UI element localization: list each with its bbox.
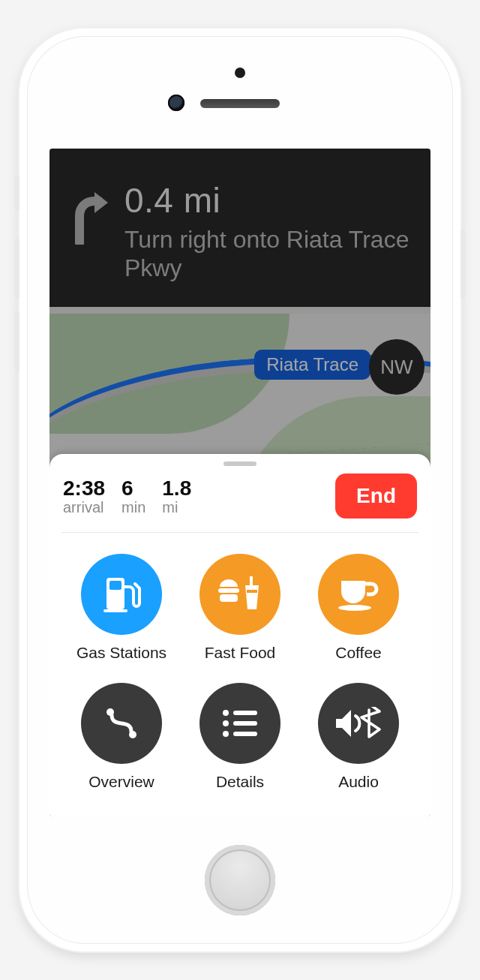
home-button[interactable] bbox=[205, 845, 275, 915]
route-sheet[interactable]: 2:38 arrival 6 min 1.8 mi End bbox=[50, 454, 430, 816]
screen: 0.4 mi Turn right onto Riata Trace Pkwy … bbox=[50, 149, 430, 816]
road-label-riata: Riata Trace bbox=[254, 350, 370, 380]
list-icon bbox=[221, 708, 259, 738]
svg-rect-5 bbox=[250, 576, 253, 585]
audio-button[interactable]: Audio bbox=[303, 683, 414, 791]
compass-button[interactable]: NW bbox=[369, 339, 424, 395]
end-route-button[interactable]: End bbox=[335, 473, 417, 519]
svg-point-7 bbox=[338, 605, 371, 611]
volume-down-button bbox=[15, 312, 20, 372]
distance-metric: 1.8 mi bbox=[162, 476, 191, 516]
tile-label: Overview bbox=[88, 773, 154, 791]
distance-value: 1.8 bbox=[162, 476, 191, 501]
route-overview-icon bbox=[101, 703, 142, 744]
coffee-cup-icon bbox=[337, 576, 380, 612]
duration-label: min bbox=[122, 499, 146, 516]
fast-food-button[interactable]: Fast Food bbox=[184, 554, 296, 662]
speaker-bluetooth-icon bbox=[334, 707, 382, 740]
phone-bezel: 0.4 mi Turn right onto Riata Trace Pkwy … bbox=[27, 36, 453, 944]
arrival-label: arrival bbox=[63, 499, 105, 516]
coffee-button[interactable]: Coffee bbox=[303, 554, 414, 662]
overview-button[interactable]: Overview bbox=[66, 683, 177, 791]
tile-label: Details bbox=[216, 773, 264, 791]
svg-rect-13 bbox=[233, 721, 257, 726]
svg-rect-6 bbox=[247, 590, 257, 593]
svg-rect-11 bbox=[233, 711, 257, 715]
quick-actions-grid: Gas Stations bbox=[62, 533, 418, 797]
svg-point-10 bbox=[223, 710, 229, 716]
volume-up-button bbox=[15, 239, 20, 299]
mute-switch bbox=[15, 175, 20, 211]
arrival-value: 2:38 bbox=[63, 476, 105, 501]
gas-pump-icon bbox=[100, 573, 142, 615]
arrival-metric: 2:38 arrival bbox=[63, 476, 105, 516]
navigation-banner[interactable]: 0.4 mi Turn right onto Riata Trace Pkwy bbox=[50, 149, 430, 307]
navigation-distance: 0.4 mi bbox=[124, 180, 416, 221]
svg-rect-15 bbox=[233, 732, 257, 736]
fast-food-icon bbox=[217, 575, 263, 614]
tile-label: Audio bbox=[338, 773, 379, 791]
route-summary: 2:38 arrival 6 min 1.8 mi End bbox=[62, 470, 418, 533]
navigation-instruction: Turn right onto Riata Trace Pkwy bbox=[124, 225, 416, 283]
earpiece-speaker bbox=[200, 99, 280, 108]
proximity-sensor bbox=[235, 68, 245, 78]
gas-stations-button[interactable]: Gas Stations bbox=[66, 554, 177, 662]
details-button[interactable]: Details bbox=[184, 683, 296, 791]
power-button bbox=[460, 230, 465, 299]
svg-point-14 bbox=[223, 731, 229, 737]
duration-value: 6 bbox=[122, 476, 146, 501]
svg-rect-1 bbox=[110, 581, 122, 590]
svg-point-12 bbox=[223, 720, 229, 726]
sheet-grabber[interactable] bbox=[224, 461, 256, 466]
duration-metric: 6 min bbox=[122, 476, 146, 516]
turn-right-arrow-icon bbox=[69, 191, 110, 245]
phone-frame: 0.4 mi Turn right onto Riata Trace Pkwy … bbox=[20, 29, 460, 951]
front-camera bbox=[168, 95, 184, 111]
svg-rect-4 bbox=[220, 594, 238, 602]
distance-label: mi bbox=[162, 499, 191, 516]
tile-label: Fast Food bbox=[205, 644, 276, 662]
svg-rect-3 bbox=[218, 588, 239, 593]
tile-label: Gas Stations bbox=[76, 644, 166, 662]
svg-rect-2 bbox=[104, 609, 128, 612]
tile-label: Coffee bbox=[335, 644, 382, 662]
